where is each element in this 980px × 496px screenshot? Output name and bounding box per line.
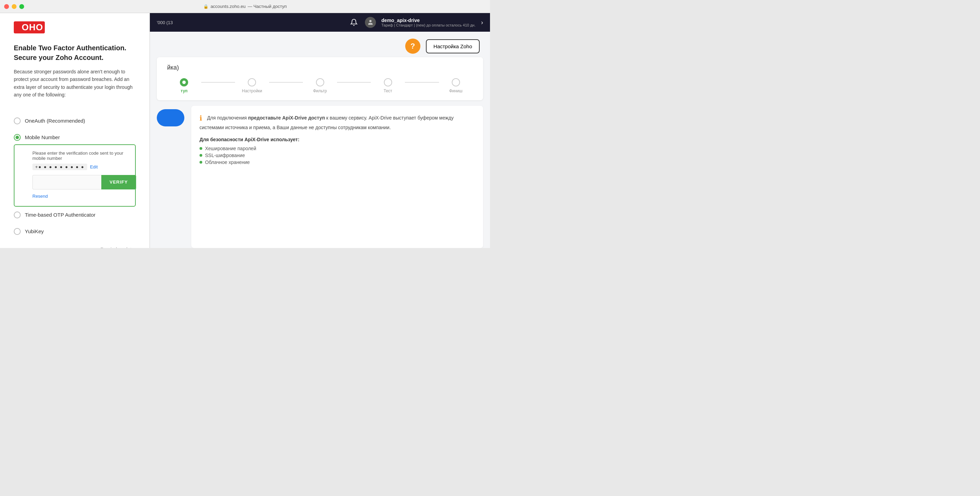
radio-yubikey[interactable] — [14, 228, 21, 235]
step-label-2: Настройки — [242, 89, 262, 93]
wizard-area: йка) туп Настройки Фильтр — [157, 57, 483, 100]
bullet-3 — [199, 161, 202, 164]
edit-phone-link[interactable]: Edit — [90, 164, 97, 170]
security-item-3: Облачное хранение — [199, 159, 475, 166]
security-list: Хеширование паролей SSL-шифрование Облач… — [199, 145, 475, 166]
setup-zoho-button[interactable]: Настройка Zoho — [426, 39, 480, 53]
close-button[interactable] — [4, 4, 9, 9]
help-button[interactable]: ? — [405, 38, 420, 54]
browser-panel: Z O H O Enable Two Factor Authentication… — [0, 13, 150, 248]
logo-letter-h: H — [29, 22, 35, 33]
phone-number: +● ● ● ● ● ● ● ● ● — [32, 164, 87, 170]
lock-icon: 🔒 — [203, 4, 208, 9]
security-item-3-label: Облачное хранение — [205, 159, 250, 165]
verify-button[interactable]: VERIFY — [101, 175, 136, 189]
option-mobile-label: Mobile Number — [25, 134, 60, 140]
page-title: Enable Two Factor Authentication. Secure… — [14, 43, 136, 62]
content-area: ℹ Для подключения предоставьте ApiX-Driv… — [157, 106, 483, 248]
step-label-3: Фильтр — [313, 89, 327, 93]
title-bar: 🔒 accounts.zoho.eu — Частный доступ — [0, 0, 490, 13]
step-3: Фильтр — [303, 78, 337, 93]
option-totp-label: Time-based OTP Authenticator — [25, 212, 95, 218]
remind-later-link[interactable]: Remind me later — [100, 246, 136, 248]
connect-btn-area — [157, 106, 185, 248]
maximize-button[interactable] — [19, 4, 24, 9]
connect-button[interactable] — [157, 109, 185, 126]
step-label-1: туп — [181, 89, 188, 93]
step-2: Настройки — [235, 78, 269, 93]
option-mobile[interactable]: Mobile Number — [14, 129, 136, 143]
radio-totp[interactable] — [14, 211, 21, 218]
topbar-chevron-icon[interactable]: › — [481, 19, 483, 26]
notification-button[interactable] — [348, 17, 360, 28]
step-circle-1 — [180, 78, 188, 86]
logo-box: Z O H O — [14, 21, 45, 33]
logo-letter-z: Z — [16, 22, 21, 33]
minimize-button[interactable] — [12, 4, 16, 9]
wizard-title: йка) — [167, 64, 473, 71]
radio-mobile-inner — [16, 136, 19, 139]
security-item-2-label: SSL-шифрование — [205, 153, 245, 158]
step-circle-3 — [316, 78, 324, 86]
logo-letter-o2: O — [36, 22, 43, 33]
resend-link[interactable]: Resend — [32, 194, 48, 199]
user-avatar[interactable] — [365, 17, 376, 28]
username: demo_apix-drive — [382, 17, 476, 23]
mobile-description: Please enter the verification code sent … — [32, 151, 128, 161]
verify-row: VERIFY — [32, 175, 128, 189]
info-prefix: Для подключения — [207, 115, 248, 121]
url-text: accounts.zoho.eu — [210, 4, 246, 9]
remind-later-row: Remind me later — [0, 240, 150, 248]
step-line-4 — [405, 82, 439, 83]
bullet-1 — [199, 147, 202, 150]
info-card: ℹ Для подключения предоставьте ApiX-Driv… — [191, 106, 483, 248]
option-totp[interactable]: Time-based OTP Authenticator — [14, 207, 136, 223]
traffic-lights — [4, 4, 24, 9]
step-label-5: Финиш — [449, 89, 463, 93]
info-main-text: ℹ Для подключения предоставьте ApiX-Driv… — [199, 113, 475, 131]
security-item-2: SSL-шифрование — [199, 152, 475, 159]
step-line-3 — [337, 82, 371, 83]
topbar-counter: '000 (13 — [157, 20, 173, 25]
auth-options: OneAuth (Recommended) Mobile Number — [0, 113, 150, 143]
info-icon: ℹ — [199, 114, 202, 122]
step-circle-2 — [248, 78, 256, 86]
page-description: Because stronger passwords alone aren't … — [14, 68, 136, 99]
app-topbar: '000 (13 demo_apix-drive Тариф | Стандар… — [150, 13, 490, 32]
option-yubikey[interactable]: YubiKey — [14, 223, 136, 240]
option-oneauth[interactable]: OneAuth (Recommended) — [14, 113, 136, 129]
main-layout: Z O H O Enable Two Factor Authentication… — [0, 13, 490, 248]
step-4: Тест — [371, 78, 405, 93]
option-yubikey-label: YubiKey — [25, 228, 44, 234]
logo-letter-o1: O — [22, 22, 29, 33]
auth-options-bottom: Time-based OTP Authenticator YubiKey — [0, 207, 150, 240]
security-title: Для безопасности ApiX-Drive использует: — [199, 137, 475, 142]
step-5: Финиш — [439, 78, 473, 93]
verification-code-input[interactable] — [32, 175, 101, 189]
radio-mobile[interactable] — [14, 134, 21, 141]
url-suffix: — Частный доступ — [248, 4, 287, 9]
info-bold: предоставьте ApiX-Drive доступ — [248, 115, 325, 121]
zoho-header: Z O H O Enable Two Factor Authentication… — [0, 13, 150, 113]
step-circle-4 — [384, 78, 392, 86]
step-line-1 — [201, 82, 235, 83]
step-label-4: Тест — [383, 89, 392, 93]
plan-info: Тариф | Стандарт | (new) до оплаты остал… — [382, 23, 476, 27]
svg-point-0 — [369, 20, 371, 22]
mobile-section: Please enter the verification code sent … — [14, 144, 136, 207]
zoho-setup-area: ? Настройка Zoho — [150, 32, 490, 57]
step-1: туп — [167, 78, 201, 93]
zoho-logo: Z O H O — [14, 21, 136, 33]
app-panel: '000 (13 demo_apix-drive Тариф | Стандар… — [150, 13, 490, 248]
security-item-1: Хеширование паролей — [199, 145, 475, 152]
option-oneauth-label: OneAuth (Recommended) — [25, 118, 85, 124]
user-info: demo_apix-drive Тариф | Стандарт | (new)… — [382, 17, 476, 27]
address-bar: 🔒 accounts.zoho.eu — Частный доступ — [203, 4, 287, 9]
step-line-2 — [269, 82, 303, 83]
security-item-1-label: Хеширование паролей — [205, 146, 256, 151]
phone-row: +● ● ● ● ● ● ● ● ● Edit — [32, 164, 128, 170]
step-circle-5 — [452, 78, 460, 86]
radio-oneauth[interactable] — [14, 118, 21, 124]
bullet-2 — [199, 154, 202, 157]
stepper: туп Настройки Фильтр Тест — [167, 78, 473, 93]
